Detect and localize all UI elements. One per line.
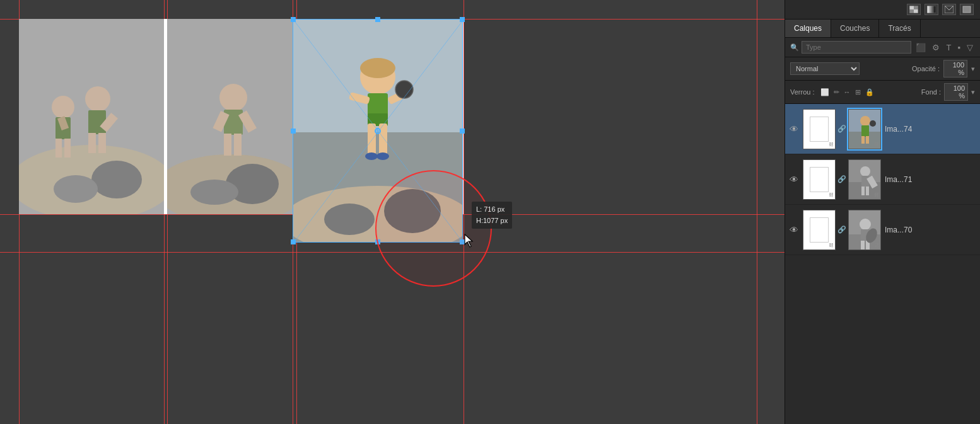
- layer-thumbs-71: ⛓ 🔗 ⛓: [803, 159, 881, 200]
- tooltip-line2: H:1077 px: [476, 215, 508, 227]
- layer-type-filter-icon[interactable]: T: [944, 42, 953, 53]
- svg-rect-63: [861, 176, 869, 187]
- svg-rect-52: [963, 6, 971, 13]
- layer-properties-icon[interactable]: ⚙: [930, 42, 942, 53]
- thumb-badge-chain-70: ⛓: [829, 243, 834, 248]
- lock-position-icon[interactable]: ↔: [843, 88, 852, 97]
- svg-point-30: [324, 203, 375, 235]
- svg-rect-64: [861, 186, 865, 195]
- guide-h-3: [0, 252, 785, 253]
- layer-thumbnail-icon[interactable]: ⬛: [914, 42, 928, 53]
- layer-name-74: Ima...74: [885, 125, 976, 134]
- opacity-value[interactable]: 100 %: [943, 60, 967, 77]
- layer-visibility-71[interactable]: 👁: [789, 175, 799, 185]
- search-input[interactable]: [802, 41, 911, 54]
- svg-rect-48: [909, 9, 914, 13]
- beach-scene-1: [19, 19, 164, 214]
- opacity-dropdown-arrow[interactable]: ▾: [971, 65, 975, 73]
- layer-visibility-74[interactable]: 👁: [789, 124, 799, 134]
- tab-couches[interactable]: Couches: [831, 20, 879, 37]
- fond-label: Fond :: [921, 88, 941, 96]
- dimension-tooltip: L: 716 px H:1077 px: [472, 202, 512, 229]
- layer-link-icon-71: 🔗: [837, 175, 846, 183]
- lock-all-icon[interactable]: 🔒: [864, 88, 875, 97]
- layer-thumbs-74: ⛓ 🔗 ⛓: [803, 109, 881, 149]
- thumb-badge-link-70: ⛓: [874, 243, 879, 248]
- svg-rect-25: [167, 19, 293, 214]
- guide-v-7: [757, 0, 757, 424]
- panel-icon-envelope[interactable]: [942, 4, 956, 15]
- panel-icon-gradient-fill[interactable]: [925, 4, 938, 15]
- svg-rect-35: [368, 123, 376, 155]
- layer-visibility-70[interactable]: 👁: [789, 225, 799, 235]
- layer-item-70[interactable]: 👁 ⛓ 🔗: [785, 205, 980, 255]
- panel-icon-checkerboard[interactable]: [907, 4, 921, 15]
- svg-point-32: [360, 58, 395, 78]
- svg-point-55: [860, 116, 870, 126]
- svg-rect-14: [19, 19, 164, 214]
- layer-item-71[interactable]: 👁 ⛓ 🔗: [785, 154, 980, 205]
- layer-link-icon-74: 🔗: [837, 125, 846, 133]
- layer-name-70: Ima...70: [885, 226, 976, 234]
- layers-list[interactable]: 👁 ⛓ 🔗: [785, 104, 980, 424]
- fond-dropdown-arrow[interactable]: ▾: [971, 88, 975, 96]
- svg-rect-57: [861, 136, 865, 144]
- svg-rect-65: [866, 186, 869, 195]
- svg-rect-46: [914, 9, 918, 13]
- thumb-badge-link-71: ⛓: [874, 192, 879, 198]
- mask-white-rect-71: [810, 167, 829, 192]
- panel-top-icons: [785, 0, 980, 20]
- lock-paint-icon[interactable]: ✏: [832, 88, 841, 97]
- svg-point-38: [376, 152, 389, 160]
- panel-search-row: 🔍 ⬛ ⚙ T ▪ ▽: [785, 38, 980, 57]
- tab-traces[interactable]: Tracés: [879, 20, 920, 37]
- layer-image-thumb-71[interactable]: ⛓: [848, 159, 881, 200]
- svg-point-29: [384, 189, 441, 233]
- beach-scene-2: [167, 19, 312, 214]
- svg-rect-58: [866, 136, 869, 144]
- guide-v-6: [464, 0, 464, 424]
- panel-icon-square[interactable]: [960, 4, 974, 15]
- svg-rect-56: [861, 125, 869, 137]
- image-panel-3: [293, 19, 463, 243]
- lock-icons-group: ⬜ ✏ ↔ ⊞ 🔒: [819, 88, 875, 97]
- tab-calques[interactable]: Calques: [785, 20, 831, 37]
- search-icon: 🔍: [790, 43, 799, 52]
- thumb-badge-link-74: ⛓: [874, 142, 879, 147]
- lock-transparency-icon[interactable]: ⬜: [819, 88, 831, 97]
- svg-rect-50: [927, 6, 936, 13]
- right-panel: Calques Couches Tracés 🔍 ⬛ ⚙ T ▪ ▽ Norma…: [785, 0, 980, 424]
- svg-point-37: [365, 152, 378, 160]
- svg-point-69: [860, 219, 871, 230]
- image-panel-1: [19, 19, 164, 214]
- layer-image-thumb-74[interactable]: ⛓: [848, 109, 881, 149]
- canvas-area[interactable]: L: 716 px H:1077 px: [0, 0, 785, 424]
- fond-value[interactable]: 100 %: [944, 83, 968, 101]
- layer-mask-thumb-70[interactable]: ⛓: [803, 210, 836, 250]
- layer-link-icon-70: 🔗: [837, 226, 846, 234]
- svg-point-59: [870, 120, 876, 127]
- mask-white-rect-74: [810, 117, 829, 142]
- layer-name-71: Ima...71: [885, 175, 976, 184]
- svg-rect-71: [861, 241, 865, 249]
- thumb-badge-chain-71: ⛓: [829, 192, 834, 198]
- thumb-badge-chain-74: ⛓: [829, 142, 834, 147]
- layer-item-74[interactable]: 👁 ⛓ 🔗: [785, 104, 980, 154]
- svg-rect-47: [914, 6, 918, 9]
- blend-mode-select[interactable]: Normal Dissoudre Obscurcir Multiplier: [790, 62, 860, 75]
- layer-thumbs-70: ⛓ 🔗 ⛓: [803, 210, 881, 250]
- layer-adjust-icon[interactable]: ▪: [955, 42, 962, 53]
- blend-mode-row: Normal Dissoudre Obscurcir Multiplier Op…: [785, 57, 980, 81]
- layer-filter-icon[interactable]: ▽: [965, 42, 975, 53]
- tooltip-line1: L: 716 px: [476, 204, 508, 215]
- layer-mask-thumb-71[interactable]: ⛓: [803, 159, 836, 200]
- panel-tabs: Calques Couches Tracés: [785, 20, 980, 38]
- svg-rect-36: [379, 123, 387, 155]
- image-panel-2: [167, 19, 312, 214]
- lock-row: Verrou : ⬜ ✏ ↔ ⊞ 🔒 Fond : 100 % ▾: [785, 81, 980, 104]
- layer-mask-thumb-74[interactable]: ⛓: [803, 109, 836, 149]
- lock-label: Verrou :: [790, 88, 815, 96]
- lock-artboard-icon[interactable]: ⊞: [854, 88, 862, 97]
- svg-point-62: [860, 166, 870, 176]
- layer-image-thumb-70[interactable]: ⛓: [848, 210, 881, 250]
